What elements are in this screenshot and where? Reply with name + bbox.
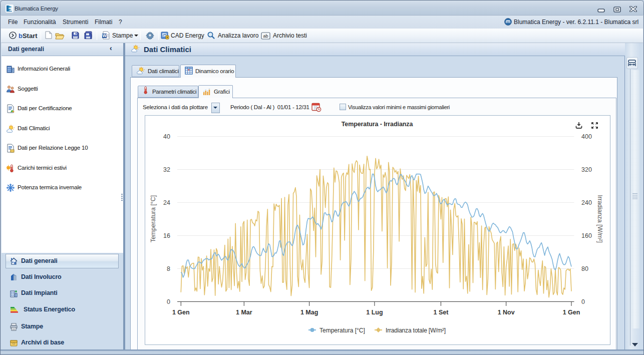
svg-text:Temperatura [°C]: Temperatura [°C] [150, 195, 157, 243]
svg-text:Temperatura [°C]: Temperatura [°C] [319, 327, 365, 334]
svg-text:ab: ab [263, 34, 268, 39]
svg-text:1 Lug: 1 Lug [366, 309, 383, 316]
svg-text:1 Gen: 1 Gen [563, 309, 580, 316]
svg-text:W: W [102, 33, 107, 38]
svg-text:24: 24 [163, 199, 170, 206]
svg-text:1 Mag: 1 Mag [300, 309, 318, 316]
svg-text:80: 80 [581, 265, 588, 272]
svg-text:240: 240 [581, 199, 592, 206]
svg-text:Irradianza totale [W/m²]: Irradianza totale [W/m²] [386, 327, 446, 334]
svg-text:1 Mar: 1 Mar [236, 309, 252, 316]
svg-text:160: 160 [581, 232, 592, 239]
svg-text:0: 0 [167, 298, 170, 305]
svg-text:Irradianza [W/m²]: Irradianza [W/m²] [596, 195, 603, 243]
svg-text:1 Nov: 1 Nov [498, 309, 515, 316]
svg-text:16: 16 [163, 232, 170, 239]
svg-text:Temperatura - Irradianza: Temperatura - Irradianza [342, 121, 414, 128]
svg-text:400: 400 [581, 133, 592, 140]
svg-text:320: 320 [581, 166, 592, 173]
svg-text:1 Set: 1 Set [433, 309, 449, 316]
svg-text:0: 0 [581, 298, 585, 305]
svg-text:1 Gen: 1 Gen [172, 309, 190, 316]
svg-text:40: 40 [163, 133, 170, 140]
svg-text:8: 8 [167, 265, 170, 272]
svg-text:32: 32 [163, 166, 170, 173]
